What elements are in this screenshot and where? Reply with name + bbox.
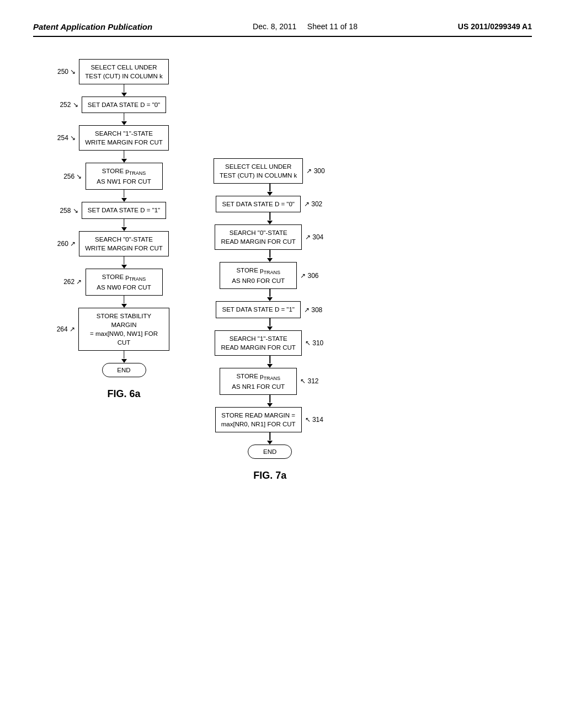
label-258: 258 ↘ bbox=[58, 207, 78, 215]
label-262: 262 ↗ bbox=[62, 278, 82, 286]
end-row-7a: END bbox=[248, 445, 292, 459]
step-258-row: 258 ↘ SET DATA STATE D = "1" bbox=[58, 202, 166, 218]
arrow-250-252 bbox=[78, 84, 169, 97]
page-header: Patent Application Publication Dec. 8, 2… bbox=[33, 22, 532, 37]
fig7a-flowchart: SELECT CELL UNDERTEST (CUT) IN COLUMN k … bbox=[214, 158, 326, 481]
patent-number: US 2011/0299349 A1 bbox=[458, 22, 532, 31]
fig7a-label: FIG. 7a bbox=[253, 470, 286, 481]
step-310-row: SEARCH "1"-STATEREAD MARGIN FOR CUT ↖ 31… bbox=[215, 330, 324, 356]
box-302: SET DATA STATE D = "0" bbox=[216, 196, 300, 212]
arrow-308-310 bbox=[225, 318, 316, 330]
arrow-306-308 bbox=[225, 289, 316, 301]
label-264: 264 ↗ bbox=[55, 325, 75, 333]
end-row-6a: END bbox=[102, 363, 146, 377]
label-252: 252 ↘ bbox=[58, 101, 78, 109]
oval-end-7a: END bbox=[248, 445, 292, 459]
label-254: 254 ↘ bbox=[56, 134, 76, 142]
publication-label: Patent Application Publication bbox=[33, 22, 152, 31]
label-250: 250 ↘ bbox=[56, 68, 76, 76]
box-256: STORE pTRANSAS NW1 FOR CUT bbox=[86, 163, 163, 190]
step-308-row: SET DATA STATE D = "1" ↗ 308 bbox=[216, 301, 323, 318]
label-312: ↖ 312 bbox=[300, 377, 320, 385]
fig6a-flowchart: 250 ↘ SELECT CELL UNDERTEST (CUT) IN COL… bbox=[55, 59, 169, 400]
box-252: SET DATA STATE D = "0" bbox=[82, 97, 166, 113]
step-304-row: SEARCH "0"-STATEREAD MARGIN FOR CUT ↗ 30… bbox=[215, 224, 324, 250]
box-306: STORE pTRANSAS NR0 FOR CUT bbox=[220, 262, 297, 289]
arrow-312-314 bbox=[225, 395, 316, 407]
step-254-row: 254 ↘ SEARCH "1"-STATEWRITE MARGIN FOR C… bbox=[56, 125, 169, 151]
arrow-302-304 bbox=[225, 212, 316, 224]
arrow-264-end bbox=[78, 351, 169, 363]
box-308: SET DATA STATE D = "1" bbox=[216, 301, 300, 318]
page: Patent Application Publication Dec. 8, 2… bbox=[0, 0, 565, 728]
box-312: STORE pTRANSAS NR1 FOR CUT bbox=[220, 368, 297, 395]
box-258: SET DATA STATE D = "1" bbox=[82, 202, 166, 218]
fig7a-diagram: SELECT CELL UNDERTEST (CUT) IN COLUMN k … bbox=[214, 158, 326, 481]
label-302: ↗ 302 bbox=[304, 200, 324, 208]
step-314-row: STORE READ MARGIN =max[NR0, NR1] FOR CUT… bbox=[215, 407, 325, 432]
fig6a-label: FIG. 6a bbox=[107, 388, 140, 400]
arrow-314-end bbox=[225, 432, 316, 445]
label-300: ↗ 300 bbox=[306, 167, 326, 175]
step-262-row: 262 ↗ STORE pTRANSAS NW0 FOR CUT bbox=[62, 269, 163, 296]
oval-end-6a: END bbox=[102, 363, 146, 377]
arrow-254-256 bbox=[78, 151, 169, 163]
step-306-row: STORE pTRANSAS NR0 FOR CUT ↗ 306 bbox=[220, 262, 320, 289]
step-300-row: SELECT CELL UNDERTEST (CUT) IN COLUMN k … bbox=[214, 158, 326, 184]
sheet-info: Sheet 11 of 18 bbox=[307, 22, 358, 31]
diagrams-wrapper: 250 ↘ SELECT CELL UNDERTEST (CUT) IN COL… bbox=[33, 48, 532, 481]
arrow-256-258 bbox=[78, 190, 169, 202]
label-256: 256 ↘ bbox=[62, 173, 82, 180]
arrow-262-264 bbox=[78, 296, 169, 308]
header-center: Dec. 8, 2011 Sheet 11 of 18 bbox=[253, 22, 358, 31]
box-300: SELECT CELL UNDERTEST (CUT) IN COLUMN k bbox=[214, 158, 303, 184]
arrow-258-260 bbox=[78, 219, 169, 231]
step-252-row: 252 ↘ SET DATA STATE D = "0" bbox=[58, 97, 166, 113]
fig6a-diagram: 250 ↘ SELECT CELL UNDERTEST (CUT) IN COL… bbox=[55, 59, 169, 400]
label-260: 260 ↗ bbox=[56, 240, 76, 248]
arrow-252-254 bbox=[78, 113, 169, 125]
box-264: STORE STABILITY MARGIN= max[NW0, NW1] FO… bbox=[78, 308, 169, 351]
step-264-row: 264 ↗ STORE STABILITY MARGIN= max[NW0, N… bbox=[55, 308, 169, 351]
label-304: ↗ 304 bbox=[305, 233, 325, 241]
box-260: SEARCH "0"-STATEWRITE MARGIN FOR CUT bbox=[79, 231, 169, 256]
label-314: ↖ 314 bbox=[305, 416, 325, 424]
step-260-row: 260 ↗ SEARCH "0"-STATEWRITE MARGIN FOR C… bbox=[56, 231, 169, 256]
box-262: STORE pTRANSAS NW0 FOR CUT bbox=[86, 269, 163, 296]
box-304: SEARCH "0"-STATEREAD MARGIN FOR CUT bbox=[215, 224, 301, 250]
publication-date: Dec. 8, 2011 bbox=[253, 22, 296, 31]
box-250: SELECT CELL UNDERTEST (CUT) IN COLUMN k bbox=[79, 59, 168, 84]
box-314: STORE READ MARGIN =max[NR0, NR1] FOR CUT bbox=[215, 407, 302, 432]
step-302-row: SET DATA STATE D = "0" ↗ 302 bbox=[216, 196, 323, 212]
label-310: ↖ 310 bbox=[305, 339, 325, 347]
step-312-row: STORE pTRANSAS NR1 FOR CUT ↖ 312 bbox=[220, 368, 320, 395]
step-256-row: 256 ↘ STORE pTRANSAS NW1 FOR CUT bbox=[62, 163, 163, 190]
arrow-304-306 bbox=[225, 250, 316, 262]
step-250-row: 250 ↘ SELECT CELL UNDERTEST (CUT) IN COL… bbox=[56, 59, 168, 84]
box-310: SEARCH "1"-STATEREAD MARGIN FOR CUT bbox=[215, 330, 301, 356]
label-308: ↗ 308 bbox=[304, 306, 324, 314]
arrow-300-302 bbox=[225, 184, 316, 196]
arrow-310-312 bbox=[225, 356, 316, 368]
label-306: ↗ 306 bbox=[300, 272, 320, 280]
box-254: SEARCH "1"-STATEWRITE MARGIN FOR CUT bbox=[79, 125, 169, 151]
arrow-260-262 bbox=[78, 256, 169, 269]
